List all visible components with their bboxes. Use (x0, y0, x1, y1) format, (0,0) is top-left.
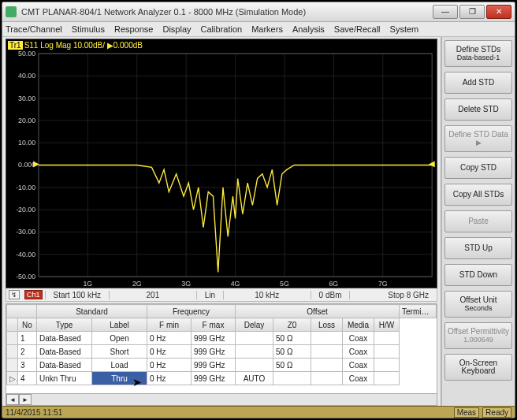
delete-std-button[interactable]: Delete STD (444, 98, 512, 121)
cell-delay[interactable] (236, 359, 273, 372)
status-time: 11/4/2015 11:51 (6, 408, 62, 417)
status-bar: 11/4/2015 11:51 Meas Ready (2, 406, 515, 418)
col-header[interactable]: Type (37, 318, 92, 332)
cell-type[interactable]: Data-Based (37, 345, 92, 359)
menu-save-recall[interactable]: Save/Recall (334, 24, 381, 34)
cell-delay[interactable] (236, 332, 273, 345)
marker-left-icon: ▶ (33, 159, 39, 168)
cell-delay[interactable]: AUTO (236, 372, 273, 385)
status-meas[interactable]: Meas (454, 407, 479, 418)
svg-text:1G: 1G (84, 280, 93, 288)
chip-trigger-icon[interactable]: ↯ (9, 290, 20, 299)
cell-no[interactable]: 1 (18, 332, 37, 345)
menu-calibration[interactable]: Calibration (201, 24, 243, 34)
menu-markers[interactable]: Markers (251, 24, 283, 34)
cell-fmax[interactable]: 999 GHz (192, 372, 236, 385)
copy-all-stds-button[interactable]: Copy All STDs (444, 184, 512, 206)
cell-label[interactable]: Load (92, 359, 147, 372)
cell-label[interactable]: Short (92, 345, 147, 359)
cell-loss[interactable] (311, 345, 343, 359)
menu-display[interactable]: Display (162, 24, 191, 34)
cell-type[interactable]: Data-Based (37, 332, 92, 345)
cell-hw[interactable] (374, 332, 400, 345)
menu-trace-channel[interactable]: Trace/Channel (6, 24, 62, 34)
cell-hw[interactable] (374, 345, 400, 359)
power-level: 0 dBm (311, 291, 350, 299)
start-freq: Start 100 kHz (45, 291, 110, 299)
copy-std-button[interactable]: Copy STD (444, 157, 512, 179)
cell-hw[interactable] (374, 359, 400, 372)
col-header[interactable]: H/W (374, 318, 400, 332)
col-header[interactable]: Label (92, 318, 147, 332)
row-handle[interactable] (7, 332, 18, 345)
menu-system[interactable]: System (390, 24, 419, 34)
table-row[interactable]: 3Data-BasedLoad0 Hz999 GHz50 ΩCoax (7, 359, 437, 372)
define-stds-button[interactable]: Define STDsData-based-1 (444, 40, 512, 67)
table-row[interactable]: 2Data-BasedShort0 Hz999 GHz50 ΩCoax (7, 345, 437, 359)
cell-type[interactable]: Data-Based (37, 359, 92, 372)
col-header[interactable]: No (18, 318, 37, 332)
on-screen-keyboard-button[interactable]: On-Screen Keyboard (444, 354, 512, 381)
title-bar[interactable]: CMT PLANAR-804/1 Network Analyzer 0.1 - … (2, 2, 515, 22)
col-header[interactable]: F min (147, 318, 192, 332)
add-std-button[interactable]: Add STD (444, 72, 512, 94)
cell-delay[interactable] (236, 345, 273, 359)
maximize-button[interactable]: ❐ (459, 5, 485, 19)
cell-loss[interactable] (311, 372, 343, 385)
cell-media[interactable]: Coax (343, 359, 374, 372)
cell-z0[interactable]: 50 Ω (273, 345, 311, 359)
cell-no[interactable]: 2 (18, 345, 37, 359)
scroll-left-icon[interactable]: ◄ (6, 394, 19, 405)
cell-media[interactable]: Coax (343, 372, 374, 385)
std-down-button[interactable]: STD Down (444, 264, 512, 286)
cell-fmin[interactable]: 0 Hz (147, 332, 192, 345)
table-row[interactable]: 1Data-BasedOpen0 Hz999 GHz50 ΩCoax (7, 332, 437, 345)
cell-no[interactable]: 3 (18, 359, 37, 372)
standards-table[interactable]: StandardFrequencyOffsetTerminal Impedanc… (6, 303, 437, 394)
col-header[interactable]: Z0 (273, 318, 311, 332)
menu-response[interactable]: Response (114, 24, 154, 34)
col-header[interactable]: Media (343, 318, 374, 332)
cell-fmin[interactable]: 0 Hz (147, 345, 192, 359)
cell-hw[interactable] (374, 372, 400, 385)
row-handle[interactable] (7, 359, 18, 372)
cell-type[interactable]: Unkn Thru (37, 372, 92, 385)
cell-fmin[interactable]: 0 Hz (147, 359, 192, 372)
trace-plot[interactable]: Tr1S11 Log Mag 10.00dB/ ▶0.000dB 50.0040… (6, 39, 437, 288)
col-header[interactable]: F max (192, 318, 236, 332)
cell-label[interactable]: Thru (92, 372, 147, 385)
minimize-button[interactable]: — (433, 5, 458, 19)
status-ready[interactable]: Ready (482, 407, 511, 418)
col-header[interactable] (7, 318, 18, 332)
row-handle[interactable]: ▷ (7, 372, 18, 385)
offset-unit-button[interactable]: Offset UnitSeconds (444, 291, 512, 318)
cell-fmax[interactable]: 999 GHz (192, 345, 236, 359)
cell-loss[interactable] (311, 359, 343, 372)
row-handle[interactable] (7, 345, 18, 359)
cell-label[interactable]: Open (92, 332, 147, 345)
cell-z0[interactable]: 50 Ω (273, 332, 311, 345)
horizontal-scrollbar[interactable]: ◄ ► (6, 394, 437, 406)
close-button[interactable]: ✕ (486, 5, 511, 19)
channel-chip[interactable]: Ch1 (24, 290, 43, 299)
std-up-button[interactable]: STD Up (444, 237, 512, 259)
cell-z0[interactable]: 50 Ω (273, 359, 311, 372)
col-header[interactable]: Loss (311, 318, 343, 332)
menu-analysis[interactable]: Analysis (292, 24, 325, 34)
table-row[interactable]: ▷4Unkn ThruThru0 Hz999 GHzAUTOCoax (7, 372, 437, 385)
cell-fmax[interactable]: 999 GHz (192, 359, 236, 372)
paste-button: Paste (444, 210, 512, 232)
col-header[interactable]: Delay (236, 318, 273, 332)
cell-fmin[interactable]: 0 Hz (147, 372, 192, 385)
cell-media[interactable]: Coax (343, 345, 374, 359)
svg-text:20.00: 20.00 (18, 117, 35, 125)
marker-right-icon: ◀ (429, 159, 435, 168)
cell-z0[interactable] (273, 372, 311, 385)
cell-fmax[interactable]: 999 GHz (192, 332, 236, 345)
svg-text:7G: 7G (378, 280, 388, 288)
menu-stimulus[interactable]: Stimulus (72, 24, 105, 34)
scroll-right-icon[interactable]: ► (19, 394, 32, 405)
cell-media[interactable]: Coax (343, 332, 374, 345)
cell-no[interactable]: 4 (18, 372, 37, 385)
cell-loss[interactable] (311, 332, 343, 345)
